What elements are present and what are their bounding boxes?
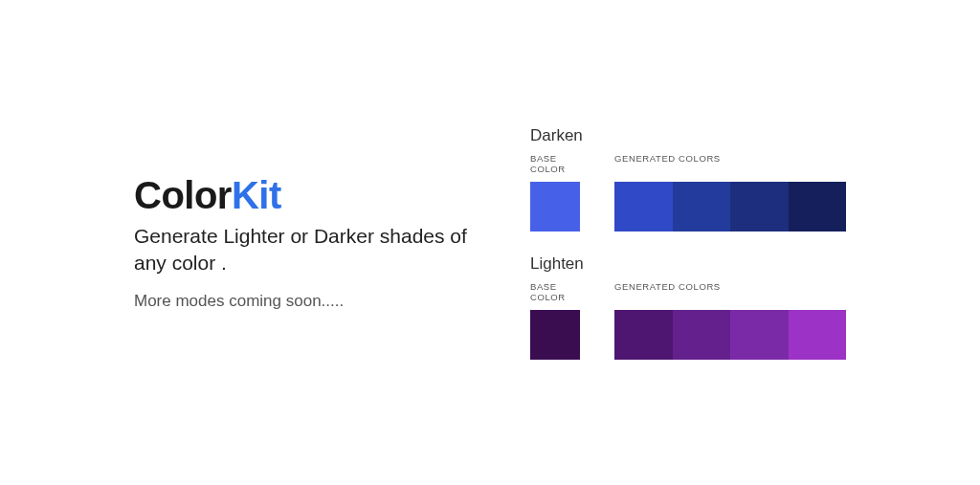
darken-section: Darken BASE COLOR GENERATED COLORS [530, 126, 846, 231]
lighten-generated-swatch-3 [789, 310, 847, 360]
lighten-generated-label: GENERATED COLORS [614, 281, 721, 302]
lighten-labels: BASE COLOR GENERATED COLORS [530, 281, 846, 302]
lighten-generated-swatch-1 [673, 310, 731, 360]
lighten-base-swatch [530, 310, 580, 360]
lighten-section: Lighten BASE COLOR GENERATED COLORS [530, 254, 846, 360]
darken-base-swatch [530, 182, 580, 231]
logo: ColorKit [134, 174, 488, 217]
darken-generated-swatch-1 [673, 182, 731, 231]
examples-panel: Darken BASE COLOR GENERATED COLORS Light… [530, 126, 846, 360]
logo-word-kit: Kit [232, 174, 281, 216]
darken-title: Darken [530, 126, 846, 145]
darken-generated-label: GENERATED COLORS [614, 153, 721, 174]
lighten-generated-swatches [614, 310, 846, 360]
darken-generated-swatch-2 [730, 182, 789, 231]
darken-generated-swatch-3 [789, 182, 847, 231]
darken-generated-swatch-0 [614, 182, 673, 231]
darken-labels: BASE COLOR GENERATED COLORS [530, 153, 846, 174]
intro-panel: ColorKit Generate Lighter or Darker shad… [134, 174, 488, 312]
lighten-swatches [530, 310, 846, 360]
darken-swatches [530, 182, 846, 231]
lighten-title: Lighten [530, 254, 846, 274]
tagline: Generate Lighter or Darker shades of any… [134, 223, 488, 277]
logo-word-color: Color [134, 174, 232, 216]
darken-generated-swatches [614, 182, 846, 231]
darken-base-label: BASE COLOR [530, 153, 580, 174]
lighten-generated-swatch-0 [614, 310, 673, 360]
subline: More modes coming soon..... [134, 292, 488, 311]
lighten-generated-swatch-2 [730, 310, 789, 360]
lighten-base-label: BASE COLOR [530, 281, 580, 302]
